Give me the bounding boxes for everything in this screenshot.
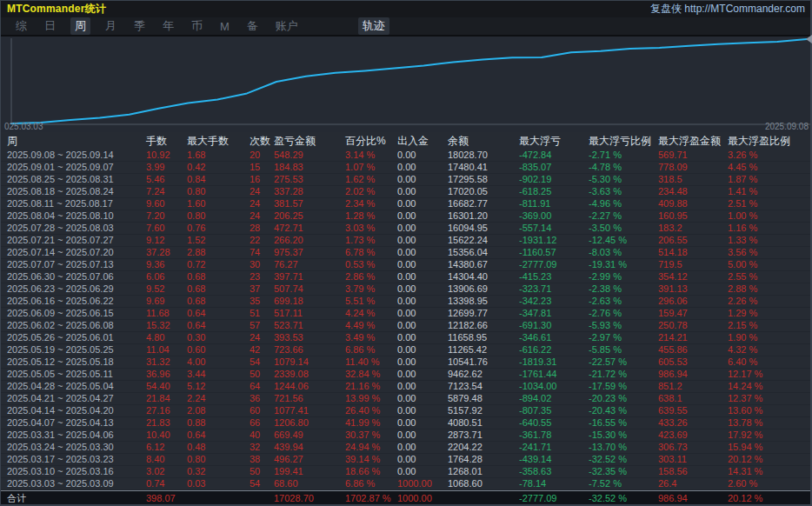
cell-cashflow: 0.00 — [397, 320, 448, 331]
cell-balance — [448, 491, 519, 506]
cell-max-float-loss-pct: -12.45 % — [589, 235, 658, 246]
table-row[interactable]: 2025.05.26 ~ 2025.06.014.800.3024393.533… — [0, 332, 812, 344]
table-row[interactable]: 2025.03.24 ~ 2025.03.306.120.4832439.942… — [0, 442, 812, 454]
table-row[interactable]: 2025.06.23 ~ 2025.06.299.520.6837507.743… — [0, 283, 812, 296]
cell-max-lots: 1.68 — [187, 150, 250, 161]
cell-balance: 16301.20 — [448, 210, 519, 222]
cell-max-lots: 4.00 — [187, 356, 250, 368]
cell-max-float-loss: -1931.12 — [519, 235, 589, 246]
cell-max-float-loss: -618.25 — [519, 186, 589, 197]
table-row[interactable]: 2025.06.02 ~ 2025.06.0815.320.6457523.71… — [0, 320, 812, 332]
cell-week: 2025.06.09 ~ 2025.06.15 — [7, 308, 146, 319]
cell-max-float-loss: -902.19 — [519, 174, 589, 185]
cell-max-float-loss-pct: -2.38 % — [589, 283, 658, 295]
menu-item-账户[interactable]: 账户 — [273, 17, 301, 35]
cell-week: 2025.03.17 ~ 2025.03.23 — [7, 454, 146, 465]
cell-max-float-profit-pct: 13.78 % — [728, 417, 812, 429]
cell-max-lots: 0.72 — [187, 259, 250, 270]
menu-item-季[interactable]: 季 — [131, 17, 148, 35]
cell-pnl: 721.56 — [274, 393, 345, 404]
cell-balance: 12699.77 — [448, 308, 519, 319]
table-row[interactable]: 2025.07.21 ~ 2025.07.279.121.5222266.201… — [0, 235, 812, 247]
table-row[interactable]: 2025.06.30 ~ 2025.07.066.060.6823397.712… — [0, 271, 812, 283]
table-row[interactable]: 2025.05.05 ~ 2025.05.1136.963.44502339.0… — [0, 369, 812, 381]
cell-max-lots: 0.68 — [187, 283, 250, 295]
table-row[interactable]: 2025.09.01 ~ 2025.09.073.990.4215184.831… — [0, 162, 812, 174]
cell-max-float-profit: 514.18 — [658, 247, 728, 258]
cell-max-float-profit-pct: 2.88 % — [728, 283, 812, 295]
cell-max-float-profit: 158.56 — [658, 466, 728, 477]
menu-item-M[interactable]: M — [217, 19, 232, 34]
table-header-row: 周手数最大手数次数盈亏金额百分比%出入金余额最大浮亏最大浮亏比例最大浮盈金额最大… — [0, 132, 812, 150]
cell-max-lots: 0.42 — [187, 162, 250, 173]
cell-max-float-profit: 206.55 — [658, 235, 728, 246]
menu-item-周[interactable]: 周 — [70, 17, 90, 35]
cell-max-float-loss: -1160.57 — [519, 247, 589, 258]
menu-item-综[interactable]: 综 — [13, 17, 30, 35]
cell-max-float-profit: 391.13 — [658, 283, 728, 295]
cell-pnl: 1206.80 — [274, 417, 345, 429]
cell-max-float-profit: 986.94 — [658, 491, 728, 506]
header-max-lots: 最大手数 — [187, 132, 250, 150]
header-cashflow: 出入金 — [397, 132, 448, 150]
cell-pnl-pct: 39.14 % — [345, 454, 397, 465]
table-row[interactable]: 2025.08.18 ~ 2025.08.247.240.8024337.282… — [0, 186, 812, 198]
table-row[interactable]: 2025.04.14 ~ 2025.04.2027.162.08601077.4… — [0, 405, 812, 417]
table-row[interactable]: 2025.07.14 ~ 2025.07.2037.282.8874975.37… — [0, 247, 812, 259]
cell-lots: 3.02 — [146, 466, 187, 477]
cell-max-lots: 2.88 — [187, 247, 250, 258]
menu-item-日[interactable]: 日 — [42, 17, 58, 35]
cell-max-lots: 0.03 — [187, 478, 250, 489]
cell-trades: 50 — [250, 466, 274, 477]
cell-lots: 11.68 — [146, 308, 187, 319]
cell-pnl-pct: 4.49 % — [345, 320, 397, 331]
cell-balance: 15622.24 — [448, 235, 519, 246]
table-row[interactable]: 2025.06.16 ~ 2025.06.229.690.6835699.185… — [0, 296, 812, 308]
cell-cashflow: 0.00 — [397, 332, 448, 343]
table-row[interactable]: 2025.04.28 ~ 2025.05.0454.405.12641244.0… — [0, 381, 812, 393]
table-row[interactable]: 2025.05.19 ~ 2025.05.2511.040.6042723.66… — [0, 344, 812, 356]
menu-item-备[interactable]: 备 — [244, 17, 261, 35]
cell-max-float-profit: 778.09 — [658, 162, 728, 173]
cell-trades: 32 — [250, 442, 274, 453]
menu-item-币[interactable]: 币 — [189, 17, 205, 35]
cell-trades: 57 — [250, 320, 274, 331]
table-row[interactable]: 2025.08.04 ~ 2025.08.107.200.8024206.251… — [0, 210, 812, 223]
cell-max-float-profit: 423.69 — [658, 429, 728, 441]
table-total-row[interactable]: 合计398.0717028.701702.87 %1000.00-2777.09… — [0, 490, 812, 506]
cell-pnl-pct: 1.62 % — [345, 174, 397, 185]
cell-max-lots: 0.76 — [187, 223, 250, 234]
table-row[interactable]: 2025.03.03 ~ 2025.03.090.740.035468.606.… — [0, 478, 812, 490]
table-row[interactable]: 2025.06.09 ~ 2025.06.1511.680.6451517.11… — [0, 308, 812, 320]
cell-max-float-loss: -358.63 — [519, 466, 589, 477]
table-row[interactable]: 2025.05.12 ~ 2025.05.1831.324.00541079.1… — [0, 356, 812, 369]
cell-max-float-profit-pct: 15.94 % — [728, 442, 812, 453]
table-row[interactable]: 2025.07.07 ~ 2025.07.139.360.723076.270.… — [0, 259, 812, 271]
cell-max-float-loss-pct: -8.03 % — [589, 247, 658, 258]
cell-cashflow: 0.00 — [397, 308, 448, 319]
table-row[interactable]: 2025.07.28 ~ 2025.08.037.600.7628472.713… — [0, 223, 812, 235]
table-row[interactable]: 2025.04.07 ~ 2025.04.1321.830.88661206.8… — [0, 417, 812, 429]
cell-pnl: 206.25 — [274, 210, 345, 222]
cell-pnl: 523.71 — [274, 320, 345, 331]
table-row[interactable]: 2025.03.31 ~ 2025.04.0610.400.6440669.49… — [0, 429, 812, 442]
cell-max-float-loss: -835.07 — [519, 162, 589, 173]
menu-item-track[interactable]: 轨迹 — [358, 17, 389, 35]
table-row[interactable]: 2025.04.21 ~ 2025.04.2721.842.2436721.56… — [0, 393, 812, 405]
table-row[interactable]: 2025.08.25 ~ 2025.08.315.460.8416275.531… — [0, 174, 812, 186]
cell-balance: 14380.67 — [448, 259, 519, 270]
cell-trades: 64 — [250, 381, 274, 392]
table-row[interactable]: 2025.03.17 ~ 2025.03.238.400.8038496.273… — [0, 454, 812, 466]
cell-max-float-loss: -894.02 — [519, 393, 589, 404]
table-row[interactable]: 2025.03.10 ~ 2025.03.163.020.3250199.411… — [0, 466, 812, 478]
table-row[interactable]: 2025.09.08 ~ 2025.09.1410.921.6820548.29… — [0, 150, 812, 162]
cell-max-float-profit: 214.21 — [658, 332, 728, 343]
menu-item-年[interactable]: 年 — [160, 17, 176, 35]
cell-week: 2025.05.12 ~ 2025.05.18 — [7, 356, 146, 368]
cell-week: 2025.08.04 ~ 2025.08.10 — [7, 210, 146, 222]
table-row[interactable]: 2025.08.11 ~ 2025.08.179.601.6024381.572… — [0, 198, 812, 210]
cell-max-lots: 0.64 — [187, 320, 250, 331]
menu-item-月[interactable]: 月 — [103, 17, 119, 35]
site-link[interactable]: 复盘侠 http://MTCommander.com — [650, 2, 805, 17]
cell-pnl-pct: 32.84 % — [345, 369, 397, 380]
